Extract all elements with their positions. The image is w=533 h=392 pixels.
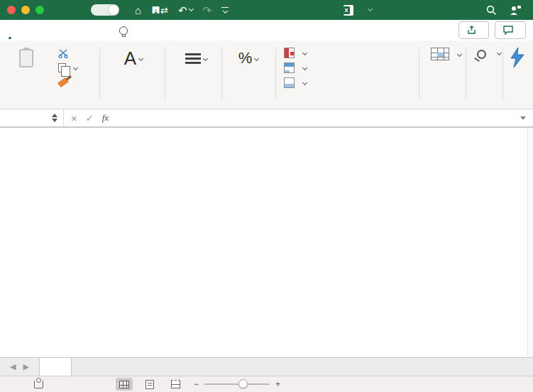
add-sheet-button[interactable]	[72, 358, 94, 376]
tab-view[interactable]	[102, 20, 116, 40]
close-window-button[interactable]	[7, 6, 16, 14]
clipboard-icon	[19, 49, 33, 67]
chevron-down-icon	[202, 56, 207, 61]
format-as-table-icon	[284, 62, 295, 73]
chevron-down-icon	[302, 80, 307, 85]
page-break-icon	[171, 380, 180, 388]
format-painter-button[interactable]	[58, 77, 77, 85]
tab-page-layout[interactable]	[45, 20, 60, 40]
toggle-knob	[109, 5, 119, 15]
formula-bar: × ✓ fx	[0, 109, 533, 128]
view-normal-button[interactable]	[116, 378, 133, 391]
cell-styles-icon	[284, 77, 295, 88]
autosave-toggle[interactable]	[91, 4, 119, 16]
macro-record-icon[interactable]	[34, 381, 43, 388]
sheet-next-button[interactable]: ▶	[23, 362, 28, 371]
sheet-tab-bar: ◀ ▶	[0, 357, 533, 376]
sheet-prev-button[interactable]: ◀	[10, 362, 16, 371]
copy-button[interactable]	[58, 63, 77, 72]
view-page-break-button[interactable]	[167, 378, 184, 391]
zoom-window-button[interactable]	[35, 6, 44, 14]
chevron-down-icon	[189, 6, 194, 11]
tab-review[interactable]	[88, 20, 102, 40]
titlebar: ⌂ 🖪⇄ ↶ ↷	[0, 0, 533, 20]
formula-bar-expand-icon[interactable]	[520, 116, 526, 120]
zoom-in-button[interactable]: +	[275, 379, 280, 389]
toolbar-options-icon[interactable]	[221, 7, 229, 13]
conditional-formatting-icon	[284, 48, 295, 58]
view-page-layout-button[interactable]	[141, 378, 158, 391]
grid-view-icon	[119, 381, 129, 388]
chevron-down-icon	[302, 65, 307, 70]
excel-file-icon	[344, 5, 353, 16]
insert-function-icon[interactable]: fx	[102, 112, 109, 124]
tab-data[interactable]	[74, 20, 88, 40]
sheet-tab-active[interactable]	[39, 358, 72, 376]
undo-button[interactable]: ↶	[178, 5, 193, 16]
zoom-slider[interactable]	[204, 383, 270, 385]
ribbon: A %	[0, 40, 533, 109]
status-bar: − +	[0, 376, 533, 392]
paste-button[interactable]	[10, 49, 43, 70]
alignment-menu-button[interactable]	[172, 48, 220, 73]
enter-icon[interactable]: ✓	[86, 113, 94, 124]
cells-icon	[431, 48, 449, 60]
chevron-down-icon	[138, 56, 143, 61]
home-icon[interactable]: ⌂	[135, 5, 141, 16]
chevron-down-icon	[254, 56, 259, 61]
number-menu-button[interactable]: %	[226, 48, 271, 73]
magnifier-icon	[477, 50, 486, 59]
ribbon-tab-bar	[0, 20, 533, 40]
tell-me-assist[interactable]	[119, 26, 131, 35]
share-icon	[467, 26, 476, 35]
cancel-icon[interactable]: ×	[71, 112, 77, 124]
cell-styles-button[interactable]	[284, 77, 307, 88]
tab-home[interactable]	[3, 20, 17, 40]
chevron-down-icon	[73, 65, 78, 70]
spreadsheet-grid	[0, 128, 533, 357]
conditional-formatting-button[interactable]	[284, 48, 307, 58]
scissors-icon	[58, 49, 68, 58]
redo-button[interactable]: ↷	[203, 5, 212, 16]
copy-icon	[58, 63, 66, 72]
edit-menu-button[interactable]	[468, 48, 501, 75]
title-chevron-icon[interactable]	[368, 6, 373, 11]
save-sync-icon[interactable]: 🖪⇄	[151, 6, 168, 15]
lightning-bolt-icon	[510, 48, 524, 67]
alignment-icon	[185, 53, 201, 55]
format-as-table-button[interactable]	[284, 62, 307, 73]
cells-menu-button[interactable]	[424, 48, 461, 72]
chevron-down-icon	[302, 50, 307, 55]
cut-button[interactable]	[58, 49, 77, 58]
tab-draw[interactable]	[31, 20, 45, 40]
excel-window: ⌂ 🖪⇄ ↶ ↷	[0, 0, 533, 392]
share-button[interactable]	[458, 21, 489, 39]
name-box-stepper[interactable]	[52, 114, 57, 122]
page-layout-icon	[145, 380, 154, 389]
share-user-icon[interactable]	[510, 5, 522, 16]
vertical-scrollbar[interactable]	[527, 128, 533, 357]
search-icon[interactable]	[486, 5, 497, 16]
tab-insert[interactable]	[17, 20, 31, 40]
traffic-lights	[7, 6, 44, 14]
percent-icon: %	[238, 48, 253, 69]
lightbulb-icon	[119, 26, 128, 35]
minimize-window-button[interactable]	[21, 6, 30, 14]
zoom-slider-thumb[interactable]	[238, 379, 248, 388]
font-menu-button[interactable]: A	[108, 48, 159, 73]
name-box[interactable]	[0, 109, 64, 126]
tab-formulas[interactable]	[60, 20, 74, 40]
comment-icon	[503, 26, 513, 35]
comment-button[interactable]	[495, 21, 526, 39]
format-painter-icon	[57, 77, 69, 88]
ideas-button[interactable]	[501, 48, 533, 73]
font-icon: A	[124, 48, 136, 69]
zoom-out-button[interactable]: −	[194, 379, 199, 389]
chevron-down-icon	[457, 52, 462, 57]
